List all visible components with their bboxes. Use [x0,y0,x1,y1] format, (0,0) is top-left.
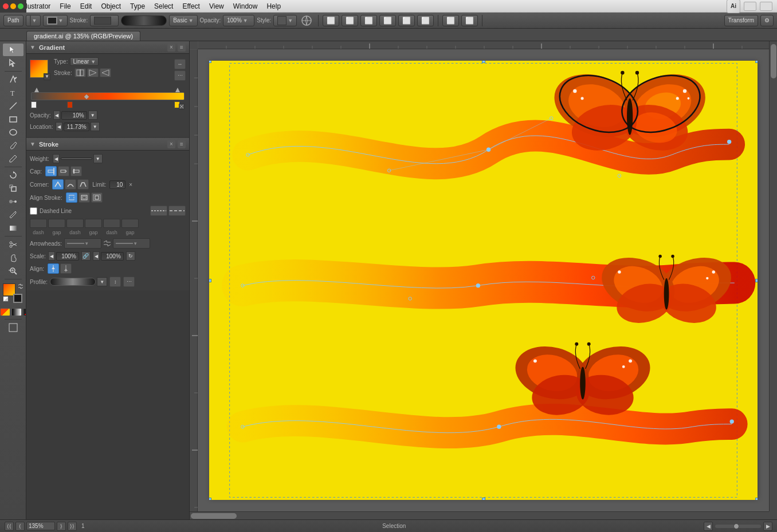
stroke-panel-menu[interactable]: ≡ [178,140,186,148]
cap-square-btn[interactable] [70,166,82,176]
brush-tool[interactable] [3,139,23,152]
help-menu[interactable]: Help [266,2,281,10]
gap1-input[interactable] [48,219,65,228]
corner-round-btn[interactable] [65,179,76,190]
gradient-bar[interactable] [31,92,185,100]
align-right-icon[interactable]: ⬜ [360,15,377,26]
gradient-panel-menu[interactable]: ≡ [178,44,186,52]
scroll-right-btn[interactable]: ▶ [763,522,772,531]
stroke-weight[interactable] [90,15,119,26]
stroke-panel-header[interactable]: ▼ Stroke × ≡ [26,138,189,151]
blend-tool[interactable] [3,195,23,208]
scale-end-decrease-btn[interactable]: ◀ [93,251,100,261]
profile-select-btn[interactable]: ▼ [97,277,107,286]
limit-close[interactable]: × [129,182,132,188]
scale-sync-btn[interactable]: ↻ [126,251,135,261]
next-page-btn[interactable]: ⟩ [57,522,66,531]
maximize-btn[interactable] [18,3,23,9]
ellipse-tool[interactable] [3,126,23,139]
align-left-icon[interactable]: ⬜ [323,15,339,26]
weight-increase-btn[interactable]: ▼ [93,154,103,163]
corner-miter-btn[interactable] [52,179,64,190]
select-menu[interactable]: Select [154,2,173,10]
pencil-tool[interactable] [3,152,23,165]
stroke-color-box[interactable] [13,294,22,303]
scroll-left-btn[interactable]: ◀ [704,522,713,531]
swap-colors-icon[interactable] [18,283,23,289]
dash-preset2-btn[interactable] [168,206,186,216]
opacity-input[interactable]: 10% [61,111,87,120]
align-outside-stroke-btn[interactable] [91,192,103,203]
distribute-icon[interactable]: ⬜ [442,15,459,26]
vertical-scrollbar[interactable] [769,41,777,511]
location-decrease-btn[interactable]: ◀ [56,122,62,131]
delete-stop-btn[interactable] [179,104,185,109]
scale-start-input[interactable]: 100% [56,252,79,261]
type-tool[interactable]: T [3,86,23,99]
arrowhead-end-select[interactable]: ▼ [113,238,150,249]
dash-preset1-btn[interactable] [150,206,167,216]
align-inside-stroke-btn[interactable] [79,192,90,203]
prev-page-btn[interactable]: ⟨ [15,522,25,531]
location-input[interactable]: 11.73% [64,123,89,131]
opacity-input[interactable]: 100%▼ [223,15,254,26]
select-tool[interactable] [3,44,23,56]
scale-link-btn[interactable]: 🔗 [81,251,91,261]
horizontal-nav-slider[interactable] [715,525,761,528]
align-center-stroke-btn[interactable] [66,192,77,203]
solid-color-btn[interactable] [0,308,10,316]
gradient-options-btn[interactable]: ⋯ [174,70,186,81]
stroke-panel-close[interactable]: × [167,140,175,148]
location-increase-btn[interactable]: ▼ [91,122,100,131]
dashed-line-checkbox[interactable] [30,207,37,215]
minimize-btn[interactable] [10,3,16,9]
gradient-swatch-arrow[interactable]: ▼ [44,73,50,80]
vertical-scroll-thumb[interactable] [771,44,776,78]
cap-round-btn[interactable] [58,166,69,176]
align-extend-btn[interactable] [48,263,59,274]
scissors-tool[interactable] [3,238,23,251]
gradient-panel-header[interactable]: ▼ Gradient × ≡ [26,41,189,54]
gradient-type-select[interactable]: Linear ▼ [70,57,99,66]
alpha-stop-left[interactable] [34,88,39,92]
horizontal-scrollbar[interactable] [190,511,769,519]
align-center-icon[interactable]: ⬜ [342,15,358,26]
cap-butt-btn[interactable] [45,166,57,176]
distribute2-icon[interactable]: ⬜ [461,15,478,26]
zoom-select[interactable]: 135% [26,522,55,530]
profile-options-btn[interactable]: ⋯ [123,277,135,287]
opacity-increase-btn[interactable]: ▼ [88,111,97,120]
stroke-collapse-icon[interactable]: ▼ [30,141,36,147]
object-menu[interactable]: Object [101,2,121,10]
style-selector[interactable]: ▼ [273,15,297,26]
pen-tool[interactable] [3,73,23,86]
scale-start-decrease-btn[interactable]: ◀ [48,251,55,261]
gradient-midpoint[interactable] [84,94,89,99]
workspace-btn[interactable] [760,2,772,11]
corner-bevel-btn[interactable] [77,179,89,190]
screen-mode-btn[interactable] [3,321,23,334]
color-stop-orange[interactable] [67,101,73,108]
rotate-tool[interactable] [3,169,23,182]
align-bottom-icon[interactable]: ⬜ [417,15,434,26]
horizontal-scroll-thumb[interactable] [191,513,237,519]
align-overlap-btn[interactable] [60,263,72,274]
weight-input[interactable] [61,157,92,160]
first-page-btn[interactable]: ⟨⟨ [5,522,14,531]
arrowhead-start-select[interactable]: ▼ [64,238,101,249]
app-name-menu[interactable]: Illustrator [22,2,50,10]
profile-flip-btn[interactable]: ↕ [109,277,121,287]
gradient-panel-close[interactable]: × [167,44,175,52]
stroke-within-btn[interactable] [74,68,86,77]
effect-menu[interactable]: Effect [182,2,199,10]
stroke-indicator[interactable]: ▼ [43,15,68,26]
weight-decrease-btn[interactable]: ◀ [53,154,60,163]
gap3-input[interactable] [121,219,139,228]
gradient-btn[interactable] [11,308,22,316]
transform-label[interactable]: Transform [724,15,758,26]
align-top-icon[interactable]: ⬜ [379,15,396,26]
scale-tool[interactable] [3,182,23,195]
file-menu[interactable]: File [60,2,70,10]
fill-indicator[interactable]: ▼ [26,15,41,26]
color-stop-white[interactable] [31,101,37,108]
